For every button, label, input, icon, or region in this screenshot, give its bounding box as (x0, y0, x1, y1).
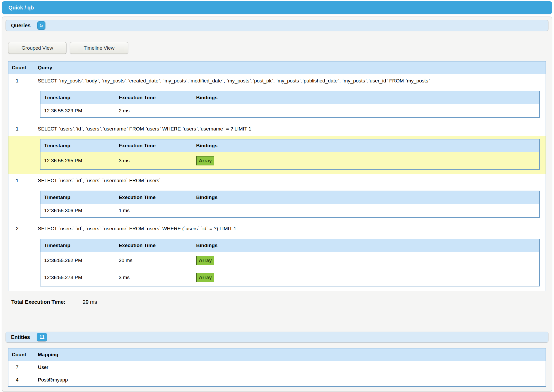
view-buttons-row: Grouped View Timeline View (8, 42, 548, 54)
entities-count-badge: 11 (37, 333, 47, 341)
execution-time-column-header: Execution Time (115, 91, 193, 104)
execution-time: 1 ms (115, 204, 193, 218)
bindings-array-button[interactable]: Array (196, 256, 215, 265)
query-detail-row: Timestamp Execution Time Bindings 12:36:… (8, 187, 546, 222)
query-group-row: 1 SELECT `my_posts`.`body`, `my_posts`.`… (8, 74, 546, 88)
execution-table-header-row: Timestamp Execution Time Bindings (40, 91, 540, 104)
total-execution-time-row: Total Execution Time:29 ms (11, 299, 548, 305)
execution-row: 12:36:55.262 PM 20 ms Array (40, 252, 540, 269)
query-count: 2 (8, 222, 34, 236)
bindings-column-header: Bindings (193, 239, 540, 252)
execution-row: 12:36:55.306 PM 1 ms (40, 204, 540, 218)
execution-time: 2 ms (115, 104, 193, 118)
entity-mapping: Post@myapp (34, 374, 546, 386)
execution-time-column-header: Execution Time (115, 191, 193, 204)
queries-section-header[interactable]: Queries 5 (6, 20, 548, 31)
entity-count: 7 (8, 361, 34, 374)
execution-timestamp: 12:36:55.306 PM (40, 204, 115, 218)
timestamp-column-header: Timestamp (40, 239, 115, 252)
execution-table-header-row: Timestamp Execution Time Bindings (40, 139, 540, 152)
queries-table-header-row: Count Query (8, 61, 546, 74)
execution-time-column-header: Execution Time (115, 239, 193, 252)
timestamp-column-header: Timestamp (40, 139, 115, 152)
query-group-row: 2 SELECT `users`.`id`, `users`.`username… (8, 222, 546, 236)
bindings-array-button[interactable]: Array (196, 273, 215, 282)
query-detail-row: Timestamp Execution Time Bindings 12:36:… (8, 236, 546, 291)
execution-time-column-header: Execution Time (115, 139, 193, 152)
execution-time: 3 ms (115, 269, 193, 286)
section-divider (8, 318, 546, 318)
execution-timestamp: 12:36:55.262 PM (40, 252, 115, 269)
execution-table-header-row: Timestamp Execution Time Bindings (40, 191, 540, 204)
timeline-view-button[interactable]: Timeline View (70, 42, 128, 54)
queries-count-badge: 5 (37, 21, 45, 30)
timestamp-column-header: Timestamp (40, 91, 115, 104)
query-sql: SELECT `users`.`id`, `users`.`username` … (34, 122, 546, 136)
entity-row: 4 Post@myapp (8, 374, 546, 386)
queries-count-column-header: Count (8, 61, 34, 74)
execution-time: 20 ms (115, 252, 193, 269)
execution-timestamp: 12:36:55.273 PM (40, 269, 115, 286)
query-detail-row: Timestamp Execution Time Bindings 12:36:… (8, 88, 546, 122)
debug-panel: Queries 5 Grouped View Timeline View Cou… (2, 17, 552, 392)
entities-table-header-row: Count Mapping (8, 348, 546, 361)
query-group-row: 1 SELECT `users`.`id`, `users`.`username… (8, 174, 546, 187)
query-count: 1 (8, 74, 34, 88)
execution-timestamp: 12:36:55.329 PM (40, 104, 115, 118)
execution-bindings (193, 104, 540, 118)
queries-section-title: Queries (11, 23, 30, 29)
query-detail-row-highlighted: Timestamp Execution Time Bindings 12:36:… (8, 136, 546, 174)
bindings-column-header: Bindings (193, 91, 540, 104)
entities-section-header[interactable]: Entities 11 (6, 332, 548, 343)
entity-mapping: User (34, 361, 546, 374)
queries-table: Count Query 1 SELECT `my_posts`.`body`, … (8, 61, 546, 291)
query-count: 1 (8, 174, 34, 187)
grouped-view-button[interactable]: Grouped View (8, 42, 66, 54)
total-execution-time-value: 29 ms (83, 299, 97, 305)
execution-table: Timestamp Execution Time Bindings 12:36:… (40, 191, 540, 218)
query-sql: SELECT `users`.`id`, `users`.`username` … (34, 174, 546, 187)
bindings-column-header: Bindings (193, 191, 540, 204)
execution-bindings (193, 204, 540, 218)
page-title: Quick / qb (8, 5, 34, 11)
entities-mapping-column-header: Mapping (34, 348, 546, 361)
execution-table: Timestamp Execution Time Bindings 12:36:… (40, 139, 540, 170)
execution-bindings: Array (193, 269, 540, 286)
execution-row: 12:36:55.273 PM 3 ms Array (40, 269, 540, 286)
total-execution-time-label: Total Execution Time: (11, 299, 83, 305)
execution-table: Timestamp Execution Time Bindings 12:36:… (40, 91, 540, 118)
timestamp-column-header: Timestamp (40, 191, 115, 204)
execution-time: 3 ms (115, 152, 193, 170)
entity-row: 7 User (8, 361, 546, 374)
entities-table: Count Mapping 7 User 4 Post@myapp (8, 348, 546, 387)
execution-bindings: Array (193, 152, 540, 170)
execution-row: 12:36:55.329 PM 2 ms (40, 104, 540, 118)
execution-bindings: Array (193, 252, 540, 269)
entities-section-title: Entities (11, 334, 30, 340)
query-sql: SELECT `my_posts`.`body`, `my_posts`.`cr… (34, 74, 546, 88)
entities-count-column-header: Count (8, 348, 34, 361)
execution-timestamp: 12:36:55.295 PM (40, 152, 115, 170)
entity-count: 4 (8, 374, 34, 386)
query-sql: SELECT `users`.`id`, `users`.`username` … (34, 222, 546, 236)
title-bar[interactable]: Quick / qb (2, 1, 552, 14)
query-count: 1 (8, 122, 34, 136)
execution-table: Timestamp Execution Time Bindings 12:36:… (40, 239, 540, 286)
execution-row-highlighted: 12:36:55.295 PM 3 ms Array (40, 152, 540, 170)
query-group-row: 1 SELECT `users`.`id`, `users`.`username… (8, 122, 546, 136)
execution-table-header-row: Timestamp Execution Time Bindings (40, 239, 540, 252)
queries-query-column-header: Query (34, 61, 546, 74)
bindings-column-header: Bindings (193, 139, 540, 152)
bindings-array-button[interactable]: Array (196, 156, 215, 165)
